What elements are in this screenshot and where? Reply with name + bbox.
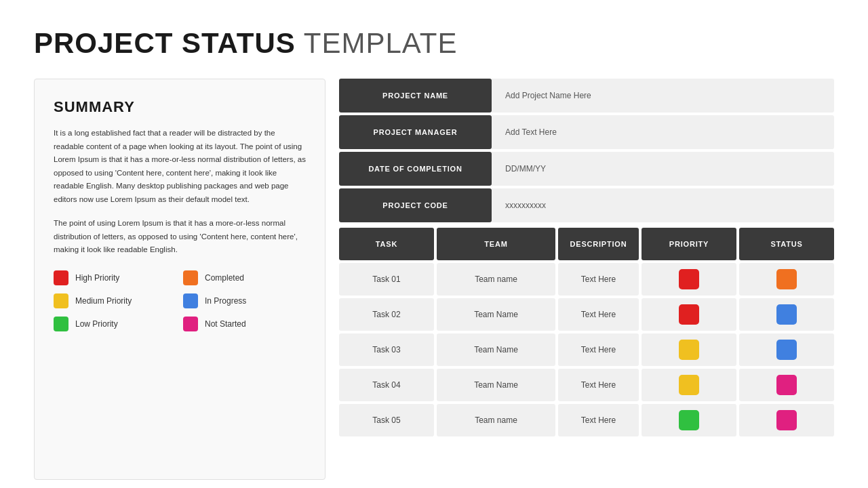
status-indicator (776, 340, 797, 360)
info-label-date-completion: DATE OF COMPLETION (339, 152, 492, 186)
status-indicator (776, 304, 797, 325)
col-header-priority: PRIORITY (642, 228, 736, 260)
col-header-task: TASK (339, 228, 434, 260)
status-cell (739, 404, 834, 436)
team-name: Team name (437, 263, 555, 296)
legend-label-in-progress: In Progress (205, 296, 246, 306)
in-progress-dot (183, 293, 198, 308)
table-row: Task 03 Team Name Text Here (339, 333, 834, 366)
info-value-date-completion[interactable]: DD/MM/YY (492, 152, 834, 186)
legend-label-not-started: Not Started (205, 319, 246, 329)
info-value-project-name[interactable]: Add Project Name Here (492, 79, 834, 113)
legend-item-low-priority: Low Priority (54, 317, 176, 331)
status-cell (739, 333, 834, 366)
legend-label-low-priority: Low Priority (75, 319, 118, 329)
task-description: Text Here (558, 298, 639, 331)
legend: High Priority Completed Medium Priority … (54, 270, 306, 331)
info-row-project-manager: PROJECT MANAGER Add Text Here (339, 115, 834, 149)
info-label-project-manager: PROJECT MANAGER (339, 115, 492, 149)
priority-indicator (679, 269, 699, 289)
priority-cell (642, 333, 736, 366)
priority-cell (642, 404, 736, 436)
status-cell (739, 263, 834, 296)
task-description: Text Here (558, 404, 639, 436)
info-value-project-manager[interactable]: Add Text Here (492, 115, 834, 149)
col-header-description: DESCRIPTION (558, 228, 639, 260)
info-row-date-completion: DATE OF COMPLETION DD/MM/YY (339, 152, 834, 186)
summary-title: SUMMARY (54, 98, 306, 116)
not-started-dot (183, 317, 198, 331)
team-name: Team Name (437, 369, 555, 401)
legend-label-completed: Completed (205, 273, 244, 283)
task-name: Task 02 (339, 298, 434, 331)
table-row: Task 04 Team Name Text Here (339, 369, 834, 401)
info-label-project-code: PROJECT CODE (339, 188, 492, 222)
priority-cell (642, 369, 736, 401)
table-row: Task 01 Team name Text Here (339, 263, 834, 296)
info-rows: PROJECT NAME Add Project Name Here PROJE… (339, 79, 834, 222)
info-label-project-name: PROJECT NAME (339, 79, 492, 113)
task-name: Task 03 (339, 333, 434, 366)
status-cell (739, 298, 834, 331)
main-content: SUMMARY It is a long established fact th… (34, 79, 834, 480)
legend-item-medium-priority: Medium Priority (54, 293, 176, 308)
legend-label-medium-priority: Medium Priority (75, 296, 132, 306)
table-row: Task 02 Team Name Text Here (339, 298, 834, 331)
task-description: Text Here (558, 263, 639, 296)
summary-paragraph1: It is a long established fact that a rea… (54, 127, 306, 206)
legend-item-in-progress: In Progress (183, 293, 306, 308)
status-indicator (776, 375, 797, 395)
col-header-status: STATUS (739, 228, 834, 260)
priority-indicator (679, 304, 699, 325)
task-table: TASK TEAM DESCRIPTION PRIORITY STATUS Ta… (339, 228, 834, 480)
status-indicator (776, 410, 797, 430)
legend-item-completed: Completed (183, 270, 306, 285)
info-row-project-name: PROJECT NAME Add Project Name Here (339, 79, 834, 113)
completed-dot (183, 270, 198, 285)
team-name: Team name (437, 404, 555, 436)
page-header: PROJECT STATUS TEMPLATE (34, 27, 834, 60)
summary-paragraph2: The point of using Lorem Ipsum is that i… (54, 217, 306, 257)
legend-item-not-started: Not Started (183, 317, 306, 331)
col-header-team: TEAM (437, 228, 555, 260)
priority-cell (642, 263, 736, 296)
right-panel: PROJECT NAME Add Project Name Here PROJE… (339, 79, 834, 480)
priority-cell (642, 298, 736, 331)
high-priority-dot (54, 270, 68, 285)
team-name: Team Name (437, 333, 555, 366)
info-row-project-code: PROJECT CODE xxxxxxxxxx (339, 188, 834, 222)
medium-priority-dot (54, 293, 68, 308)
header-title-light: TEMPLATE (304, 27, 458, 60)
priority-indicator (679, 375, 699, 395)
task-name: Task 05 (339, 404, 434, 436)
status-cell (739, 369, 834, 401)
info-value-project-code[interactable]: xxxxxxxxxx (492, 188, 834, 222)
table-header-row: TASK TEAM DESCRIPTION PRIORITY STATUS (339, 228, 834, 260)
low-priority-dot (54, 317, 68, 331)
legend-label-high-priority: High Priority (75, 273, 119, 283)
team-name: Team Name (437, 298, 555, 331)
task-description: Text Here (558, 333, 639, 366)
header-title-bold: PROJECT STATUS (34, 27, 296, 60)
legend-item-high-priority: High Priority (54, 270, 176, 285)
task-name: Task 01 (339, 263, 434, 296)
summary-panel: SUMMARY It is a long established fact th… (34, 79, 326, 480)
priority-indicator (679, 410, 699, 430)
task-name: Task 04 (339, 369, 434, 401)
priority-indicator (679, 340, 699, 360)
task-description: Text Here (558, 369, 639, 401)
status-indicator (776, 269, 797, 289)
table-row: Task 05 Team name Text Here (339, 404, 834, 436)
